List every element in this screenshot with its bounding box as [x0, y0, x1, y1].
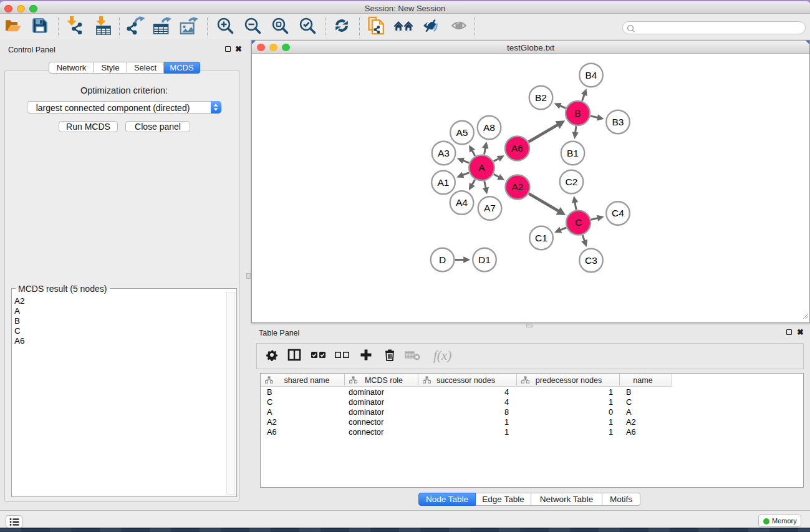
svg-text:A1: A1: [438, 177, 450, 188]
svg-text:B: B: [574, 108, 581, 118]
svg-text:B2: B2: [535, 92, 547, 103]
svg-text:C: C: [575, 217, 582, 228]
svg-text:C3: C3: [585, 255, 597, 266]
svg-text:B1: B1: [567, 148, 579, 158]
svg-text:A2: A2: [512, 181, 524, 192]
svg-text:A: A: [478, 162, 485, 173]
svg-text:A6: A6: [511, 143, 523, 153]
svg-text:C4: C4: [612, 208, 624, 218]
svg-text:C2: C2: [566, 177, 578, 187]
svg-text:C1: C1: [535, 233, 547, 243]
svg-text:B3: B3: [612, 117, 624, 127]
svg-text:A3: A3: [438, 148, 450, 158]
svg-text:D1: D1: [478, 254, 491, 265]
svg-text:A5: A5: [456, 127, 468, 138]
svg-text:D: D: [439, 254, 446, 265]
svg-text:A8: A8: [483, 122, 495, 133]
svg-text:B4: B4: [586, 70, 597, 80]
svg-text:A7: A7: [484, 203, 496, 213]
svg-text:A4: A4: [456, 197, 468, 208]
